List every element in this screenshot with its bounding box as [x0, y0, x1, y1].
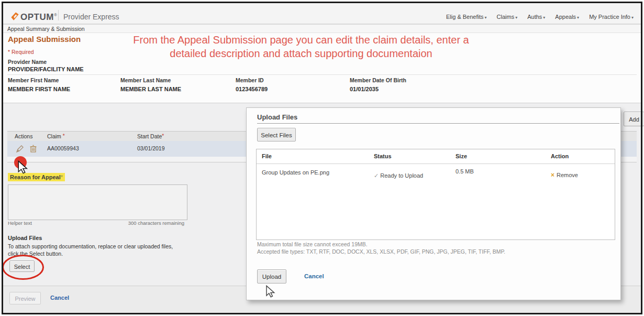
app-title: Provider Express — [63, 13, 119, 21]
size-column-header: Size — [456, 153, 467, 159]
chevron-down-icon: ▾ — [631, 15, 634, 20]
chevron-down-icon: ▾ — [515, 15, 517, 20]
modal-cancel-link[interactable]: Cancel — [304, 273, 324, 279]
file-column-header: File — [262, 153, 272, 159]
nav-my-practice-info[interactable]: My Practice Info▾ — [589, 14, 634, 20]
upload-button[interactable]: Upload — [257, 269, 286, 284]
select-button[interactable]: Select — [9, 260, 35, 272]
page-title: Appeal Submission — [8, 35, 81, 43]
top-header-bar: OPTUM® Provider Express Elig & Benefits▾… — [3, 3, 641, 25]
reason-for-appeal-label: Reason for Appeal* — [8, 173, 65, 181]
annotation-line-2: detailed description and attach supporti… — [84, 47, 518, 60]
divider — [7, 74, 637, 75]
file-name-cell: Group Updates on PE.png — [262, 169, 329, 176]
file-status-cell: ✓ Ready to Upload — [374, 172, 423, 179]
required-asterisk: * — [162, 133, 164, 139]
brand-text: OPTUM® — [20, 12, 57, 23]
max-file-size-note: Maximum total file size cannot exceed 19… — [257, 241, 368, 247]
helper-text: Helper text — [8, 220, 32, 226]
action-column-header: Action — [551, 153, 569, 159]
upload-instructions: To attach supporting documentation, repl… — [8, 243, 181, 257]
required-asterisk: * — [61, 174, 63, 180]
member-id-value: 0123456789 — [236, 86, 268, 92]
provider-name-label: Provider Name — [8, 59, 47, 65]
file-list-box: File Status Size Action Group Updates on… — [256, 149, 615, 240]
member-id-label: Member ID — [236, 77, 264, 83]
upload-files-modal: Upload Files Select Files File Status Si… — [246, 107, 621, 300]
member-dob-label: Member Date Of Birth — [350, 77, 406, 83]
actions-column-header: Actions — [15, 133, 32, 139]
member-last-name-value: MEMBER LAST NAME — [120, 86, 181, 92]
start-date-cell: 03/01/2019 — [137, 145, 165, 151]
mouse-cursor-icon — [265, 285, 276, 298]
add-claim-button[interactable]: Add — [624, 112, 644, 126]
chevron-down-icon: ▾ — [543, 15, 545, 20]
accepted-file-types-note: Accepted file types: TXT, RTF, DOC, DOCX… — [257, 248, 505, 255]
member-first-name-label: Member First Name — [8, 77, 59, 83]
characters-remaining: 300 characters remaining — [80, 220, 184, 226]
preview-button[interactable]: Preview — [9, 292, 41, 304]
file-table-header: File Status Size Action — [257, 149, 615, 164]
remove-file-link[interactable]: ×Remove — [551, 171, 578, 179]
select-files-button[interactable]: Select Files — [257, 128, 296, 141]
upload-files-section-title: Upload Files — [8, 235, 42, 241]
check-icon: ✓ — [374, 172, 379, 179]
required-note: * Required — [8, 49, 34, 55]
member-dob-value: 01/01/2035 — [350, 86, 379, 92]
nav-elig-benefits[interactable]: Elig & Benefits▾ — [446, 14, 487, 20]
top-nav: Elig & Benefits▾ Claims▾ Auths▾ Appeals▾… — [446, 14, 634, 20]
header-divider — [58, 10, 59, 20]
nav-appeals[interactable]: Appeals▾ — [555, 14, 579, 20]
optum-logo-icon — [10, 12, 20, 21]
nav-claims[interactable]: Claims▾ — [497, 14, 518, 20]
edit-pencil-icon[interactable] — [16, 145, 24, 153]
annotation-line-1: From the Appeal Submission page you can … — [84, 33, 518, 47]
claim-column-header: Claim * — [47, 133, 65, 139]
registered-mark-icon: ® — [54, 13, 57, 17]
breadcrumb-bar — [3, 25, 641, 33]
provider-name-value: PROVIDER/FACILITY NAME — [8, 66, 84, 72]
reason-for-appeal-textarea[interactable] — [8, 184, 187, 220]
annotation-text: From the Appeal Submission page you can … — [84, 33, 518, 60]
status-column-header: Status — [374, 153, 392, 159]
page-cancel-link[interactable]: Cancel — [50, 295, 69, 301]
chevron-down-icon: ▾ — [577, 15, 579, 20]
remove-x-icon: × — [551, 171, 554, 179]
member-last-name-label: Member Last Name — [120, 77, 171, 83]
required-asterisk: * — [63, 133, 65, 139]
nav-auths[interactable]: Auths▾ — [527, 14, 545, 20]
claim-number-cell: AA00059943 — [47, 145, 79, 151]
file-size-cell: 0.5 MB — [456, 168, 474, 175]
start-date-column-header: Start Date* — [137, 133, 164, 139]
breadcrumb: Appeal Summary & Submission — [7, 26, 85, 32]
member-first-name-value: MEMBER FIRST NAME — [8, 86, 70, 92]
delete-trash-icon[interactable] — [29, 145, 37, 153]
chevron-down-icon: ▾ — [485, 15, 487, 20]
modal-title: Upload Files — [257, 113, 297, 121]
provider-express-screen: OPTUM® Provider Express Elig & Benefits▾… — [0, 0, 644, 316]
modal-title-rule — [257, 123, 619, 124]
